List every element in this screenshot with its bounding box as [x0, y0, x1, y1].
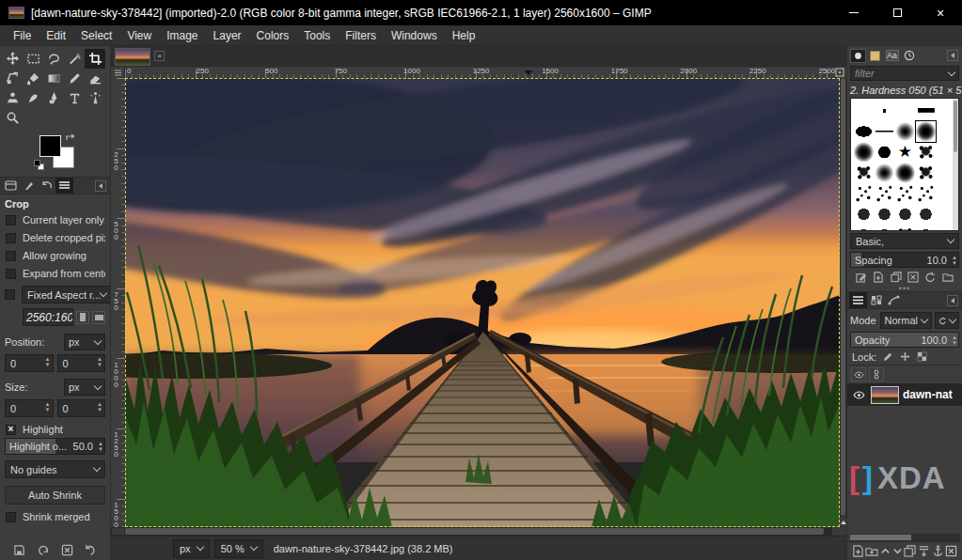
transform-tool-button[interactable]	[2, 69, 23, 88]
brush-thumbnail[interactable]	[875, 101, 894, 121]
guides-dropdown[interactable]: No guides	[5, 460, 105, 478]
menu-file[interactable]: File	[6, 26, 39, 45]
delete-cropped-pixels-checkbox[interactable]	[6, 233, 16, 243]
crop-tool-button[interactable]	[85, 49, 105, 69]
vertical-ruler[interactable]: 250 500 750 1000 1250 1500	[111, 78, 125, 527]
spacing-slider[interactable]: Spacing 10.0 ▲▼	[850, 252, 959, 268]
aspect-ratio-input[interactable]: 2560:1600	[23, 308, 73, 326]
brush-thumbnail[interactable]	[854, 163, 874, 183]
menu-filters[interactable]: Filters	[338, 26, 384, 45]
device-status-tab[interactable]	[20, 178, 38, 194]
position-unit-dropdown[interactable]: px	[64, 334, 105, 350]
brush-thumbnail[interactable]	[895, 163, 915, 183]
fonts-tab[interactable]: Aa	[884, 49, 900, 63]
lock-position-icon[interactable]	[900, 351, 910, 362]
unit-dropdown[interactable]: px	[173, 539, 210, 558]
brush-thumbnail[interactable]	[875, 163, 894, 183]
brush-filter-input[interactable]: filter	[850, 66, 959, 81]
fuzzy-select-tool-button[interactable]	[64, 49, 85, 69]
zoom-dropdown[interactable]: 50 %	[214, 539, 263, 558]
allow-growing-checkbox[interactable]	[6, 251, 16, 261]
brush-thumbnail[interactable]	[916, 142, 936, 163]
brush-thumbnail-selected[interactable]	[916, 121, 936, 142]
eraser-tool-button[interactable]	[85, 69, 105, 88]
paintbrush-tool-button[interactable]	[64, 69, 85, 88]
delete-cropped-pixels-option[interactable]: Delete cropped pixels	[6, 232, 105, 243]
close-button[interactable]: ×	[919, 0, 962, 25]
new-layer-group-button[interactable]	[865, 545, 878, 557]
layer-name[interactable]: dawn-nat	[903, 388, 953, 401]
menu-edit[interactable]: Edit	[39, 26, 73, 45]
bucket-fill-tool-button[interactable]	[23, 69, 43, 88]
brush-thumbnail[interactable]	[854, 101, 874, 121]
brush-thumbnail[interactable]	[895, 225, 915, 231]
mode-switch-button[interactable]	[935, 312, 959, 329]
spinner-arrows-icon[interactable]: ▲▼	[45, 401, 51, 412]
reset-tool-options-icon[interactable]	[85, 544, 97, 556]
brush-thumbnail[interactable]	[895, 204, 915, 225]
menu-help[interactable]: Help	[445, 26, 483, 45]
brush-thumbnail[interactable]	[916, 183, 936, 204]
quick-mask-toggle[interactable]	[111, 527, 125, 536]
smudge-tool-button[interactable]	[23, 88, 43, 108]
brushes-tab[interactable]	[850, 49, 866, 63]
ink-tool-button[interactable]	[43, 88, 64, 108]
anchor-layer-button[interactable]	[932, 545, 944, 557]
tool-options-tab[interactable]	[2, 178, 20, 194]
layers-tab[interactable]	[849, 292, 867, 308]
channels-tab[interactable]	[867, 292, 885, 308]
zoom-tool-button[interactable]	[2, 108, 23, 128]
expand-from-center-option[interactable]: Expand from center	[6, 268, 105, 279]
menu-colors[interactable]: Colors	[249, 26, 297, 45]
duplicate-brush-icon[interactable]	[891, 272, 902, 283]
menu-select[interactable]: Select	[73, 26, 119, 45]
position-y-input[interactable]: 0▲▼	[57, 354, 106, 372]
canvas-viewport[interactable]	[125, 78, 840, 527]
new-layer-button[interactable]	[852, 545, 864, 557]
lock-pixels-icon[interactable]	[883, 351, 893, 362]
undo-history-tab[interactable]	[38, 178, 55, 194]
size-unit-dropdown[interactable]: px	[64, 379, 105, 396]
shrink-merged-option[interactable]: Shrink merged	[6, 511, 105, 522]
menu-image[interactable]: Image	[159, 26, 205, 45]
brush-thumbnail[interactable]	[854, 204, 874, 225]
canvas-menu-button[interactable]	[111, 67, 125, 78]
maximize-button[interactable]	[875, 0, 919, 25]
lock-alpha-icon[interactable]	[917, 351, 927, 362]
fixed-aspect-checkbox[interactable]	[5, 289, 15, 300]
text-tool-button[interactable]	[64, 88, 85, 108]
fixed-aspect-dropdown[interactable]: Fixed Aspect r...	[22, 286, 110, 303]
position-x-input[interactable]: 0▲▼	[5, 354, 54, 372]
spinner-arrows-icon[interactable]: ▲▼	[45, 356, 51, 367]
menu-windows[interactable]: Windows	[384, 26, 445, 45]
layer-mode-dropdown[interactable]: Normal	[880, 312, 932, 329]
airbrush-tool-button[interactable]	[85, 88, 105, 108]
brush-thumbnail[interactable]	[916, 225, 936, 231]
allow-growing-option[interactable]: Allow growing	[6, 250, 105, 261]
navigation-button[interactable]	[831, 527, 846, 536]
size-y-input[interactable]: 0▲▼	[57, 399, 106, 417]
link-column-toggle[interactable]	[869, 367, 884, 381]
current-layer-only-checkbox[interactable]	[6, 215, 16, 226]
brush-thumbnail[interactable]	[916, 204, 936, 225]
horizontal-scrollbar[interactable]	[125, 527, 831, 536]
move-tool-button[interactable]	[2, 49, 23, 69]
swap-colors-button[interactable]	[65, 133, 76, 143]
open-brush-folder-icon[interactable]	[942, 272, 954, 283]
gradient-tool-button[interactable]	[43, 69, 64, 88]
brush-thumbnail[interactable]	[916, 101, 936, 121]
restore-tool-preset-icon[interactable]	[37, 544, 49, 556]
rectangle-select-tool-button[interactable]	[23, 49, 43, 69]
brush-thumbnail[interactable]	[895, 101, 915, 121]
brush-thumbnail[interactable]	[875, 142, 894, 163]
menu-view[interactable]: View	[119, 26, 159, 45]
brush-thumbnail[interactable]	[895, 121, 915, 142]
patterns-tab[interactable]	[867, 49, 883, 63]
scroll-up-button[interactable]	[840, 517, 846, 527]
menu-tools[interactable]: Tools	[296, 26, 338, 45]
portrait-orientation-button[interactable]	[76, 311, 89, 324]
brush-thumbnail[interactable]	[875, 183, 894, 204]
brush-thumbnail[interactable]	[875, 204, 894, 225]
brush-thumbnail[interactable]	[854, 121, 874, 142]
brush-thumbnail[interactable]	[854, 142, 874, 163]
